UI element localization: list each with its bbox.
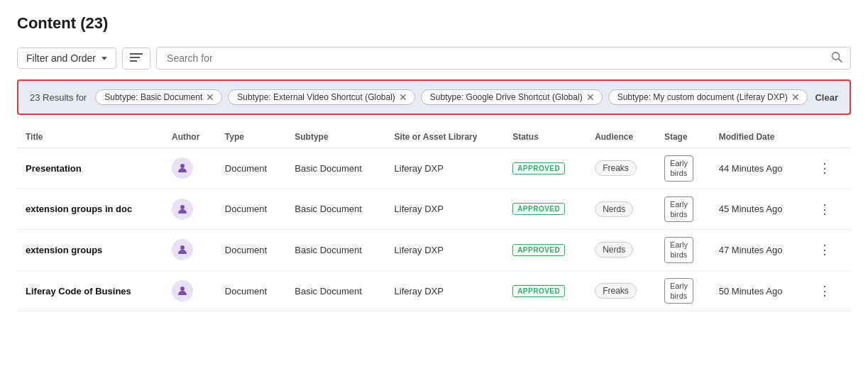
cell-audience: Nerds xyxy=(586,230,656,271)
cell-subtype: Basic Document xyxy=(286,148,385,189)
cell-modified: 50 Minutes Ago xyxy=(710,270,806,311)
cell-audience: Nerds xyxy=(586,189,656,230)
cell-actions: ⋮ xyxy=(806,189,851,230)
cell-actions: ⋮ xyxy=(806,148,851,189)
avatar xyxy=(172,157,193,179)
cell-modified: 44 Minutes Ago xyxy=(710,148,806,189)
cell-stage: Earlybirds xyxy=(656,189,710,230)
cell-audience: Freaks xyxy=(586,270,656,311)
col-subtype: Subtype xyxy=(286,126,385,148)
row-actions-button[interactable]: ⋮ xyxy=(814,240,835,259)
row-title: extension groups xyxy=(26,245,102,255)
filter-tag-label: Subtype: Basic Document xyxy=(104,92,202,102)
close-icon[interactable]: ✕ xyxy=(399,92,407,102)
row-title: Presentation xyxy=(26,163,82,174)
row-title: Liferay Code of Busines xyxy=(26,286,131,296)
cell-actions: ⋮ xyxy=(806,270,851,311)
avatar xyxy=(172,239,193,260)
filter-tag-label: Subtype: My custom document (Liferay DXP… xyxy=(617,92,788,102)
cell-type: Document xyxy=(216,270,286,311)
filter-tag-label: Subtype: Google Drive Shortcut (Global) xyxy=(430,92,583,102)
cell-site: Liferay DXP xyxy=(386,148,505,189)
filter-tag-google-drive[interactable]: Subtype: Google Drive Shortcut (Global) … xyxy=(421,89,603,105)
cell-title: Liferay Code of Busines xyxy=(17,270,163,311)
col-title: Title xyxy=(17,126,163,148)
cell-stage: Earlybirds xyxy=(656,270,710,311)
row-actions-button[interactable]: ⋮ xyxy=(814,200,835,218)
stage-badge: Earlybirds xyxy=(664,196,693,223)
cell-author xyxy=(163,189,216,230)
svg-point-6 xyxy=(180,205,185,209)
clear-button[interactable]: Clear xyxy=(815,92,838,103)
status-badge: APPROVED xyxy=(512,244,565,256)
filter-tag-label: Subtype: External Video Shortcut (Global… xyxy=(237,92,395,102)
audience-badge: Freaks xyxy=(595,160,637,176)
audience-badge: Nerds xyxy=(595,242,633,257)
col-audience: Audience xyxy=(586,126,656,148)
avatar xyxy=(172,199,193,220)
search-icon xyxy=(831,52,842,65)
cell-subtype: Basic Document xyxy=(286,270,385,311)
audience-badge: Freaks xyxy=(595,283,637,299)
cell-modified: 45 Minutes Ago xyxy=(710,189,806,230)
table-row: extension groups in doc Document Basic D… xyxy=(17,189,851,230)
cell-subtype: Basic Document xyxy=(286,189,385,230)
cell-site: Liferay DXP xyxy=(386,270,505,311)
content-table: Title Author Type Subtype Site or Asset … xyxy=(17,126,851,311)
svg-point-7 xyxy=(180,245,185,250)
col-modified: Modified Date xyxy=(710,126,806,148)
avatar xyxy=(172,280,193,301)
stage-badge: Earlybirds xyxy=(664,237,693,263)
table-row: Liferay Code of Busines Document Basic D… xyxy=(17,270,851,311)
col-actions xyxy=(806,126,851,148)
search-input[interactable] xyxy=(156,47,851,70)
close-icon[interactable]: ✕ xyxy=(791,92,800,102)
cell-status: APPROVED xyxy=(504,189,586,230)
close-icon[interactable]: ✕ xyxy=(206,92,214,102)
results-text: 23 Results for xyxy=(30,92,87,103)
cell-subtype: Basic Document xyxy=(286,230,385,271)
cell-status: APPROVED xyxy=(504,230,586,271)
filter-results-bar: 23 Results for Subtype: Basic Document ✕… xyxy=(17,79,851,115)
col-type: Type xyxy=(216,126,286,148)
svg-point-8 xyxy=(180,287,185,291)
close-icon[interactable]: ✕ xyxy=(586,92,595,102)
col-status: Status xyxy=(504,126,586,148)
sort-icon xyxy=(130,52,143,62)
cell-title: extension groups in doc xyxy=(17,189,163,230)
cell-status: APPROVED xyxy=(504,270,586,311)
row-actions-button[interactable]: ⋮ xyxy=(814,282,835,300)
cell-type: Document xyxy=(216,189,286,230)
stage-badge: Earlybirds xyxy=(664,155,693,182)
filter-tag-external-video[interactable]: Subtype: External Video Shortcut (Global… xyxy=(228,89,415,105)
row-actions-button[interactable]: ⋮ xyxy=(814,159,835,177)
cell-site: Liferay DXP xyxy=(386,189,505,230)
stage-badge: Earlybirds xyxy=(664,278,693,304)
cell-type: Document xyxy=(216,230,286,271)
svg-point-5 xyxy=(180,164,185,168)
audience-badge: Nerds xyxy=(595,201,633,217)
filter-order-label: Filter and Order xyxy=(26,52,96,64)
svg-line-4 xyxy=(839,59,842,62)
status-badge: APPROVED xyxy=(512,162,565,174)
cell-audience: Freaks xyxy=(586,148,656,189)
cell-modified: 47 Minutes Ago xyxy=(710,230,806,271)
table-header-row: Title Author Type Subtype Site or Asset … xyxy=(17,126,851,148)
filter-tag-custom-document[interactable]: Subtype: My custom document (Liferay DXP… xyxy=(608,89,808,105)
cell-stage: Earlybirds xyxy=(656,230,710,271)
cell-stage: Earlybirds xyxy=(656,148,710,189)
sort-button[interactable] xyxy=(122,48,150,70)
col-author: Author xyxy=(163,126,216,148)
cell-status: APPROVED xyxy=(504,148,586,189)
filter-order-button[interactable]: Filter and Order xyxy=(17,48,116,69)
filter-tag-basic-document[interactable]: Subtype: Basic Document ✕ xyxy=(95,89,222,105)
page-title: Content (23) xyxy=(17,14,851,33)
chevron-down-icon xyxy=(101,57,107,60)
toolbar: Filter and Order xyxy=(17,47,851,70)
status-badge: APPROVED xyxy=(512,203,565,215)
cell-type: Document xyxy=(216,148,286,189)
search-wrapper xyxy=(156,47,851,70)
cell-title: extension groups xyxy=(17,230,163,271)
col-site: Site or Asset Library xyxy=(386,126,505,148)
cell-author xyxy=(163,148,216,189)
